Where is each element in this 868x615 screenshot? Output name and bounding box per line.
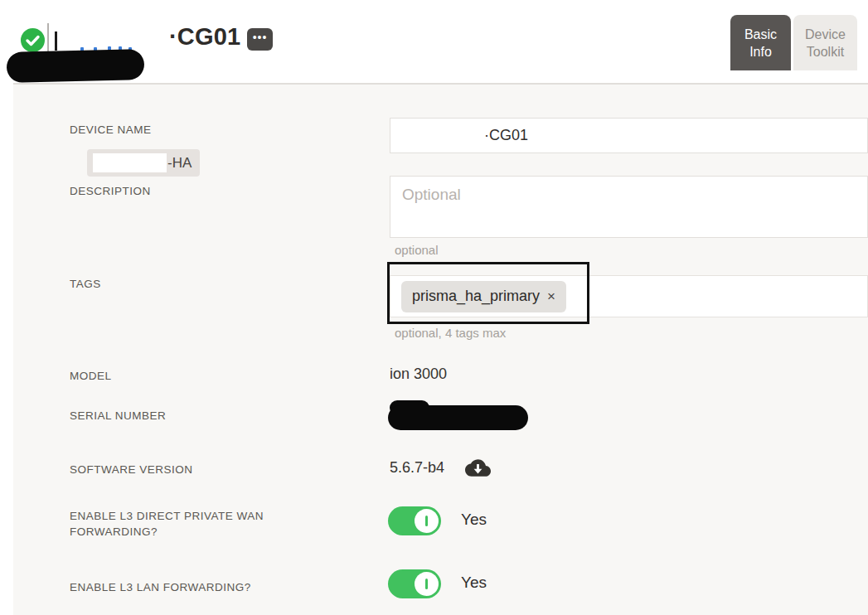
toggle-knob <box>415 509 439 533</box>
tag-chip[interactable]: prisma_ha_primary × <box>401 281 566 312</box>
device-name-tooltip: -HA <box>87 149 200 177</box>
description-input[interactable] <box>390 176 868 238</box>
serial-number-label: SERIAL NUMBER <box>70 408 166 424</box>
l3-lan-forwarding-toggle[interactable] <box>388 569 441 598</box>
tag-remove-icon[interactable]: × <box>547 288 555 305</box>
tab-device-toolkit[interactable]: Device Toolkit <box>793 15 857 70</box>
cloud-download-icon[interactable] <box>465 457 491 479</box>
tab-device-toolkit-label: Device Toolkit <box>802 26 850 61</box>
software-version-label: SOFTWARE VERSION <box>70 462 193 477</box>
device-name-input[interactable] <box>390 118 868 153</box>
model-label: MODEL <box>70 368 112 384</box>
redaction-scribble <box>7 49 145 83</box>
toggle-knob <box>415 572 439 596</box>
device-menu-button[interactable]: ••• <box>247 28 273 51</box>
tags-input[interactable]: prisma_ha_primary × <box>390 275 868 317</box>
tag-chip-text: prisma_ha_primary <box>412 288 540 305</box>
device-name-tooltip-text: -HA <box>167 155 192 172</box>
redacted-name-fragment <box>55 31 57 51</box>
description-label: DESCRIPTION <box>70 183 151 199</box>
model-value: ion 3000 <box>390 366 447 383</box>
header: ·CG01 ••• Basic Info Device Toolkit <box>0 0 868 83</box>
l3-lan-forwarding-value: Yes <box>461 574 487 592</box>
tags-label: TAGS <box>70 276 101 292</box>
tab-basic-info[interactable]: Basic Info <box>730 15 791 70</box>
tags-hint: optional, 4 tags max <box>395 326 506 340</box>
software-version-value: 5.6.7-b4 <box>390 459 444 477</box>
device-name-label: DEVICE NAME <box>70 122 152 138</box>
page-title: ·CG01 <box>169 23 240 51</box>
l3-wan-forwarding-label: ENABLE L3 DIRECT PRIVATE WAN FORWARDING? <box>70 508 318 540</box>
description-hint: optional <box>395 243 439 257</box>
l3-wan-forwarding-value: Yes <box>461 511 487 529</box>
tab-basic-info-label: Basic Info <box>737 26 785 61</box>
device-online-check-icon <box>21 28 45 52</box>
serial-number-redaction-scribble <box>388 400 528 430</box>
redaction-whiteout <box>93 153 167 172</box>
l3-wan-forwarding-toggle[interactable] <box>388 506 441 535</box>
header-separator <box>47 23 49 51</box>
l3-lan-forwarding-label: ENABLE L3 LAN FORWARDING? <box>70 579 251 595</box>
